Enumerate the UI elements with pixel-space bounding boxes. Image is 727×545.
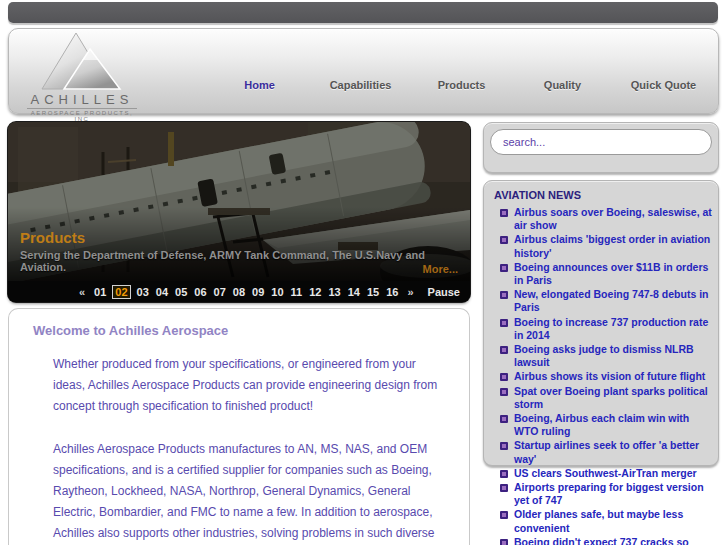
square-bullet-icon: [500, 291, 508, 299]
square-bullet-icon: [500, 388, 508, 396]
news-link[interactable]: Boeing announces over $11B in orders in …: [514, 261, 713, 287]
carousel-slide: Products Serving the Department of Defen…: [8, 122, 470, 281]
logo-wordmark: ACHILLES: [27, 92, 137, 109]
news-item[interactable]: Boeing to increase 737 production rate i…: [492, 316, 713, 342]
news-panel-title: AVIATION NEWS: [494, 189, 713, 201]
page-number[interactable]: 07: [213, 285, 227, 299]
news-item[interactable]: US clears Southwest-AirTran merger: [492, 467, 713, 480]
news-link[interactable]: Airbus soars over Boeing, saleswise, at …: [514, 206, 713, 232]
square-bullet-icon: [500, 209, 508, 217]
page-number[interactable]: 16: [385, 285, 399, 299]
page-number[interactable]: 13: [327, 285, 341, 299]
square-bullet-icon: [500, 346, 508, 354]
news-link[interactable]: Older planes safe, but maybe less conven…: [514, 508, 713, 534]
nav-item[interactable]: Quality: [512, 79, 613, 91]
news-link[interactable]: US clears Southwest-AirTran merger: [514, 467, 697, 480]
search-panel: [483, 122, 719, 173]
more-link[interactable]: More...: [423, 263, 458, 275]
pause-button[interactable]: Pause: [428, 286, 460, 298]
news-link[interactable]: Boeing asks judge to dismiss NLRB lawsui…: [514, 343, 713, 369]
body-paragraph: Achilles Aerospace Products manufactures…: [53, 439, 443, 545]
news-item[interactable]: Airports preparing for biggest version y…: [492, 481, 713, 507]
news-item[interactable]: Boeing asks judge to dismiss NLRB lawsui…: [492, 343, 713, 369]
page-number[interactable]: 02: [112, 285, 130, 299]
search-input[interactable]: [490, 129, 712, 155]
page-number[interactable]: 09: [251, 285, 265, 299]
square-bullet-icon: [500, 373, 508, 381]
welcome-panel: Welcome to Achilles Aerospace Whether pr…: [8, 308, 470, 545]
news-link[interactable]: Boeing to increase 737 production rate i…: [514, 316, 713, 342]
news-item[interactable]: Airbus claims 'biggest order in aviation…: [492, 233, 713, 259]
news-item[interactable]: Airbus shows its vision of future flight: [492, 370, 713, 383]
news-link[interactable]: Airports preparing for biggest version y…: [514, 481, 713, 507]
next-arrow[interactable]: »: [404, 286, 416, 298]
slide-caption: Products Serving the Department of Defen…: [20, 229, 458, 273]
news-item[interactable]: New, elongated Boeing 747-8 debuts in Pa…: [492, 288, 713, 314]
page-number[interactable]: 03: [136, 285, 150, 299]
page-number[interactable]: 10: [270, 285, 284, 299]
hero-carousel: Products Serving the Department of Defen…: [8, 122, 470, 302]
square-bullet-icon: [500, 319, 508, 327]
slide-subtitle: Serving the Department of Defense, ARMY …: [20, 249, 458, 273]
news-item[interactable]: Older planes safe, but maybe less conven…: [492, 508, 713, 534]
top-bar: [8, 2, 718, 23]
main-nav: Home Capabilities Products Quality Quick…: [209, 79, 714, 91]
body-paragraph: Whether produced from your specification…: [53, 354, 443, 417]
news-item[interactable]: Spat over Boeing plant sparks political …: [492, 385, 713, 411]
news-link[interactable]: Airbus claims 'biggest order in aviation…: [514, 233, 713, 259]
square-bullet-icon: [500, 415, 508, 423]
news-item[interactable]: Startup airlines seek to offer 'a better…: [492, 439, 713, 465]
square-bullet-icon: [500, 264, 508, 272]
page-number[interactable]: 06: [193, 285, 207, 299]
news-panel: AVIATION NEWS Airbus soars over Boeing, …: [483, 180, 719, 466]
news-link[interactable]: New, elongated Boeing 747-8 debuts in Pa…: [514, 288, 713, 314]
nav-item[interactable]: Quick Quote: [613, 79, 714, 91]
page-number[interactable]: 04: [155, 285, 169, 299]
page-title: Welcome to Achilles Aerospace: [33, 323, 469, 338]
header: ACHILLES AEROSPACE PRODUCTS, INC Home Ca…: [8, 28, 719, 114]
nav-item[interactable]: Capabilities: [310, 79, 411, 91]
prev-arrow[interactable]: «: [76, 286, 88, 298]
square-bullet-icon: [500, 484, 508, 492]
news-item[interactable]: Airbus soars over Boeing, saleswise, at …: [492, 206, 713, 232]
company-logo[interactable]: ACHILLES AEROSPACE PRODUCTS, INC: [27, 32, 137, 122]
news-link[interactable]: Startup airlines seek to offer 'a better…: [514, 439, 713, 465]
news-link[interactable]: Boeing, Airbus each claim win with WTO r…: [514, 412, 713, 438]
mountain-logo-icon: [40, 32, 124, 90]
nav-item[interactable]: Home: [209, 79, 310, 91]
page-number[interactable]: 05: [174, 285, 188, 299]
page-number[interactable]: 14: [347, 285, 361, 299]
news-list: Airbus soars over Boeing, saleswise, at …: [492, 206, 713, 545]
news-item[interactable]: Boeing, Airbus each claim win with WTO r…: [492, 412, 713, 438]
logo-subtitle: AEROSPACE PRODUCTS, INC: [27, 110, 137, 122]
page-number[interactable]: 15: [366, 285, 380, 299]
page-number[interactable]: 01: [93, 285, 107, 299]
square-bullet-icon: [500, 236, 508, 244]
page-number[interactable]: 08: [232, 285, 246, 299]
square-bullet-icon: [500, 470, 508, 478]
square-bullet-icon: [500, 539, 508, 545]
welcome-body: Whether produced from your specification…: [53, 354, 443, 545]
page-number[interactable]: 11: [290, 285, 304, 299]
news-link[interactable]: Spat over Boeing plant sparks political …: [514, 385, 713, 411]
square-bullet-icon: [500, 511, 508, 519]
news-item[interactable]: Boeing didn't expect 737 cracks so soon: [492, 536, 713, 545]
page-list: 01 02 03 04 05 06 07 08 09 10 11 12: [93, 285, 399, 299]
page-number[interactable]: 12: [308, 285, 322, 299]
news-link[interactable]: Boeing didn't expect 737 cracks so soon: [514, 536, 713, 545]
nav-item[interactable]: Products: [411, 79, 512, 91]
carousel-pager: « 01 02 03 04 05 06 07 08 09 10: [8, 281, 470, 302]
slide-title: Products: [20, 229, 458, 246]
square-bullet-icon: [500, 442, 508, 450]
news-item[interactable]: Boeing announces over $11B in orders in …: [492, 261, 713, 287]
news-link[interactable]: Airbus shows its vision of future flight: [514, 370, 705, 383]
